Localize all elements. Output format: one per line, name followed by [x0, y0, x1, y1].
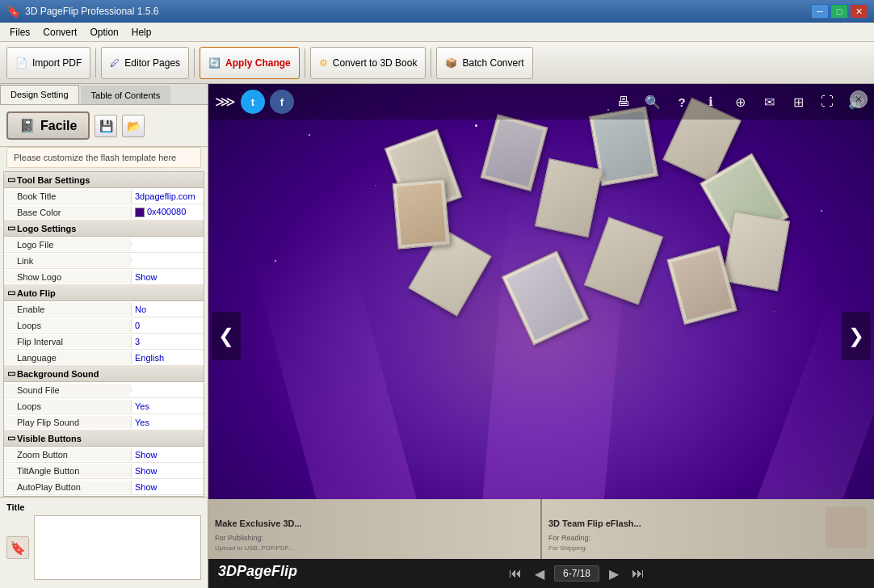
last-page-button[interactable]: ⏭ [628, 565, 648, 582]
setting-sound-file[interactable]: Sound File [4, 382, 204, 398]
book-left-page: Make Exclusive 3D... For Publishing: Upl… [208, 499, 542, 559]
convert-3dbook-icon: ⚙ [319, 57, 328, 69]
group-logo-settings[interactable]: ▭ Logo Settings [4, 220, 204, 237]
setting-label: Enable [4, 303, 131, 316]
help-button[interactable]: ? [670, 90, 693, 113]
editor-pages-button[interactable]: 🖊 Editor Pages [101, 47, 189, 79]
setting-label: Flip Interval [4, 335, 131, 348]
nav-left-icon: ❮ [218, 325, 234, 347]
setting-value [131, 243, 204, 246]
twitter-button[interactable]: t [241, 90, 265, 114]
group-toolbar-settings[interactable]: ▭ Tool Bar Settings [4, 172, 204, 188]
import-pdf-label: Import PDF [32, 57, 82, 69]
setting-value: English [131, 351, 204, 364]
title-input-area[interactable] [34, 515, 201, 580]
zoom-button[interactable]: ⊕ [729, 90, 751, 113]
collapse-icon: ▭ [7, 433, 15, 443]
menu-files[interactable]: Files [3, 24, 36, 40]
collapse-icon: ▭ [7, 368, 15, 379]
group-label: Visible Buttons [17, 434, 82, 443]
tab-table-of-contents[interactable]: Table of Contents [81, 86, 171, 104]
title-bar: 🔖 3D PageFlip Professional 1.5.6 ─ □ ✕ [0, 0, 874, 23]
email-button[interactable]: ✉ [758, 90, 780, 113]
page-logo: 3DPageFlip [218, 563, 297, 580]
setting-zoom-button[interactable]: Zoom Button Show [4, 447, 204, 463]
facile-button[interactable]: 📓 Facile [6, 111, 90, 140]
group-auto-flip[interactable]: ▭ Auto Flip [4, 285, 204, 301]
tabs: Design Setting Table of Contents [0, 84, 208, 105]
setting-tiltangle-button[interactable]: TiltAngle Button Show [4, 463, 204, 479]
group-label: Logo Settings [17, 224, 76, 233]
setting-logo-file[interactable]: Logo File [4, 237, 204, 253]
prev-page-button[interactable]: ◀ [532, 565, 548, 583]
save-icon: 💾 [99, 120, 113, 132]
import-pdf-button[interactable]: 📄 Import PDF [6, 47, 90, 79]
setting-language[interactable]: Language English [4, 350, 204, 366]
menu-help[interactable]: Help [125, 24, 158, 40]
setting-label: Base Color [4, 206, 131, 219]
setting-show-logo[interactable]: Show Logo Show [4, 269, 204, 285]
search-button[interactable]: 🔍 [641, 90, 664, 113]
setting-base-color[interactable]: Base Color 0x400080 [4, 204, 204, 220]
settings-area[interactable]: ▭ Tool Bar Settings Book Title 3dpagefli… [3, 171, 204, 497]
close-button[interactable]: ✕ [850, 4, 868, 19]
title-panel: Title 🔖 [0, 497, 208, 588]
preview-toolbar-right: 🖶 🔍 ? ℹ ⊕ ✉ ⊞ ⛶ 🔊 [612, 90, 868, 113]
page-counter: 6-7/18 [554, 565, 599, 582]
setting-label: AutoPlay Button [4, 481, 131, 494]
left-panel: Design Setting Table of Contents 📓 Facil… [0, 84, 208, 588]
toolbar-separator-2 [194, 48, 195, 78]
setting-play-flip-sound[interactable]: Play Flip Sound Yes [4, 414, 204, 430]
info-button[interactable]: ℹ [700, 90, 722, 113]
customize-text: Please customize the flash template here [6, 147, 201, 168]
book-pages: Make Exclusive 3D... For Publishing: Upl… [208, 499, 874, 559]
setting-label: Zoom Button [4, 448, 131, 461]
maximize-button[interactable]: □ [830, 4, 848, 19]
setting-book-title[interactable]: Book Title 3dpageflip.com [4, 188, 204, 204]
grid-button[interactable]: ⊞ [787, 90, 809, 113]
nav-left-button[interactable]: ❮ [212, 312, 241, 360]
collapse-icon: ▭ [7, 288, 15, 298]
group-visible-buttons[interactable]: ▭ Visible Buttons [4, 430, 204, 447]
batch-convert-button[interactable]: 📦 Batch Convert [436, 47, 532, 79]
facile-icon: 📓 [19, 118, 36, 133]
preview-area: ⋙ t f 🖶 🔍 ? ℹ ⊕ ✉ ⊞ ⛶ 🔊 ✕ [208, 84, 874, 588]
setting-enable[interactable]: Enable No [4, 301, 204, 317]
right-content: ⋙ t f 🖶 🔍 ? ℹ ⊕ ✉ ⊞ ⛶ 🔊 ✕ [208, 84, 874, 588]
next-page-button[interactable]: ▶ [606, 565, 622, 583]
group-background-sound[interactable]: ▭ Background Sound [4, 366, 204, 382]
logo-icon: 🔖 [10, 540, 26, 556]
nav-right-icon: ❯ [848, 325, 864, 347]
toolbar: 📄 Import PDF 🖊 Editor Pages 🔄 Apply Chan… [0, 42, 874, 84]
setting-autoplay-button[interactable]: AutoPlay Button Show [4, 479, 204, 495]
facebook-button[interactable]: f [270, 90, 294, 114]
load-template-button[interactable]: 📂 [122, 115, 145, 137]
setting-flip-interval[interactable]: Flip Interval 3 [4, 334, 204, 350]
setting-value: No [131, 303, 204, 316]
setting-value: 0x400080 [131, 205, 204, 219]
tab-design-setting[interactable]: Design Setting [0, 85, 79, 104]
menu-option[interactable]: Option [83, 24, 124, 40]
setting-label: Language [4, 351, 131, 364]
first-page-button[interactable]: ⏮ [506, 565, 525, 582]
book-right-page: 3D Team Flip eFlash... For Reading: For … [542, 499, 874, 559]
facile-label: Facile [40, 119, 77, 133]
setting-loops[interactable]: Loops 0 [4, 317, 204, 334]
close-preview-button[interactable]: ✕ [850, 90, 868, 108]
nav-right-button[interactable]: ❯ [842, 312, 871, 360]
convert-3dbook-button[interactable]: ⚙ Convert to 3D Book [310, 47, 426, 79]
flying-page [481, 114, 548, 191]
collapse-icon: ▭ [7, 174, 15, 185]
group-label: Tool Bar Settings [17, 175, 90, 185]
group-label: Auto Flip [17, 288, 56, 298]
menu-bar: Files Convert Option Help [0, 23, 874, 42]
minimize-button[interactable]: ─ [811, 4, 829, 19]
print-button[interactable]: 🖶 [612, 90, 635, 113]
setting-value: 3dpageflip.com [131, 190, 204, 203]
setting-link[interactable]: Link [4, 253, 204, 269]
save-template-button[interactable]: 💾 [95, 115, 117, 137]
fullscreen-button[interactable]: ⛶ [816, 90, 838, 113]
apply-change-button[interactable]: 🔄 Apply Change [200, 47, 300, 79]
menu-convert[interactable]: Convert [36, 24, 83, 40]
setting-sound-loops[interactable]: Loops Yes [4, 398, 204, 414]
